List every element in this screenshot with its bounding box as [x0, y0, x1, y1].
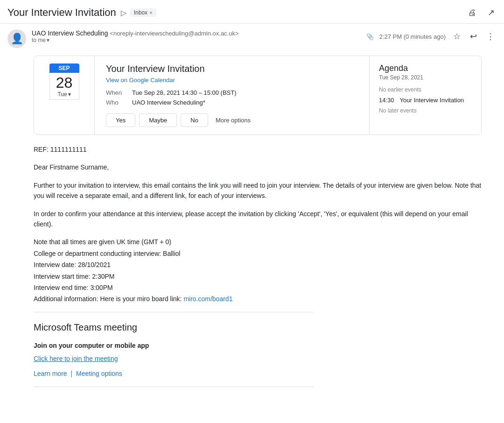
teams-join-label: Join on your computer or mobile app	[34, 340, 487, 351]
attachment-icon: 📎	[366, 33, 374, 40]
cal-who-value: UAO Interview Scheduling*	[132, 99, 205, 106]
view-on-gcal-link[interactable]: View on Google Calendar	[106, 77, 175, 84]
rsvp-no-button[interactable]: No	[181, 113, 208, 127]
sender-name-line: UAO Interview Scheduling <noreply-interv…	[32, 29, 361, 37]
timestamp: 2:27 PM (0 minutes ago)	[379, 33, 446, 40]
detail6: Additional information: Here is your mir…	[34, 294, 487, 304]
agenda-date: Tue Sep 28, 2021	[379, 74, 472, 81]
body-para2: In order to confirm your attendance at t…	[34, 209, 487, 230]
cal-details: When Tue Sep 28, 2021 14:30 – 15:00 (BST…	[106, 89, 358, 106]
inbox-close-icon[interactable]: ×	[149, 10, 152, 15]
detail6-prefix: Additional information: Here is your mir…	[34, 295, 183, 303]
detail3: Interview date: 28/10/2021	[34, 260, 487, 270]
learn-more-link[interactable]: Learn more	[34, 370, 67, 377]
cal-day-box: 28 Tue ▾	[49, 73, 79, 100]
detail1: Note that all times are given UK time (G…	[34, 237, 487, 247]
cal-day-label: Tue ▾	[50, 91, 79, 98]
calendar-center: Your Interview Invitation View on Google…	[95, 56, 369, 134]
calendar-icon-left: Sep 28 Tue ▾	[34, 56, 95, 134]
reply-icon: ↩	[470, 32, 477, 41]
divider-2	[34, 387, 314, 387]
cal-who-row: Who UAO Interview Scheduling*	[106, 99, 358, 106]
forward-icon: ▷	[121, 8, 126, 17]
sender-row: 👤 UAO Interview Scheduling <noreply-inte…	[0, 24, 504, 54]
agenda-event-title: Your Interview Invitation	[400, 97, 464, 104]
rsvp-more-options-button[interactable]: More options	[212, 113, 254, 127]
body-ref: REF: 1111111111	[34, 144, 487, 155]
to-label: to me	[32, 37, 46, 43]
open-icon: ↗	[488, 8, 495, 17]
email-header: Your Interview Invitation ▷ Inbox × 🖨 ↗	[0, 0, 504, 24]
detail4: Interview start time: 2:30PM	[34, 271, 487, 282]
sender-name: UAO Interview Scheduling	[32, 29, 108, 37]
teams-footer-links: Learn more | Meeting options	[34, 368, 487, 379]
detail2: College or department conducting intervi…	[34, 248, 487, 259]
agenda-event-time: 14:30	[379, 97, 394, 104]
sender-info: UAO Interview Scheduling <noreply-interv…	[32, 29, 361, 43]
teams-join-link[interactable]: Click here to join the meeting	[34, 355, 118, 362]
cal-who-label: Who	[106, 99, 125, 106]
agenda-event-row: 14:30 Your Interview Invitation	[379, 97, 472, 104]
cal-day-text: Tue	[57, 91, 67, 98]
open-in-new-button[interactable]: ↗	[486, 6, 497, 20]
body-para1: Further to your invitation to interview,…	[34, 180, 487, 201]
agenda-no-earlier: No earlier events	[379, 86, 472, 93]
calendar-card: Sep 28 Tue ▾ Your Interview Invitation V…	[34, 56, 482, 135]
pipe-separator: |	[70, 370, 72, 377]
cal-when-label: When	[106, 89, 125, 96]
avatar-icon: 👤	[11, 33, 23, 45]
rsvp-maybe-button[interactable]: Maybe	[139, 113, 177, 127]
cal-event-title: Your Interview Invitation	[106, 63, 358, 74]
cal-rsvp-buttons: Yes Maybe No More options	[106, 113, 358, 127]
print-icon: 🖨	[468, 8, 476, 17]
star-button[interactable]: ☆	[451, 29, 462, 43]
avatar: 👤	[7, 29, 26, 48]
agenda-no-later: No later events	[379, 107, 472, 114]
inbox-badge: Inbox ×	[130, 8, 156, 17]
cal-when-value: Tue Sep 28, 2021 14:30 – 15:00 (BST)	[132, 89, 237, 96]
more-icon: ⋮	[486, 32, 495, 41]
cal-when-row: When Tue Sep 28, 2021 14:30 – 15:00 (BST…	[106, 89, 358, 96]
sender-email: <noreply-interviewscheduling@admin.ox.ac…	[110, 30, 238, 37]
reply-button[interactable]: ↩	[468, 29, 479, 43]
miro-link[interactable]: miro.com/board1	[183, 295, 232, 303]
star-icon: ☆	[453, 32, 461, 41]
email-subject-title: Your Interview Invitation	[7, 7, 116, 19]
body-details: Note that all times are given UK time (G…	[34, 237, 487, 304]
teams-section: Microsoft Teams meeting Join on your com…	[34, 320, 487, 379]
agenda-title: Agenda	[379, 63, 472, 73]
email-body: REF: 1111111111 Dear Firstname Surname, …	[0, 135, 495, 404]
header-actions: 🖨 ↗	[466, 6, 497, 20]
cal-dropdown-icon: ▾	[68, 91, 71, 98]
detail5: Interview end time: 3:00PM	[34, 282, 487, 293]
body-greeting: Dear Firstname Surname,	[34, 162, 487, 172]
rsvp-yes-button[interactable]: Yes	[106, 113, 135, 127]
cal-day-num: 28	[50, 75, 79, 91]
cal-month: Sep	[49, 63, 79, 73]
agenda-panel: Agenda Tue Sep 28, 2021 No earlier event…	[369, 56, 481, 134]
inbox-label: Inbox	[134, 9, 147, 16]
meeting-options-link[interactable]: Meeting options	[76, 370, 122, 377]
teams-title: Microsoft Teams meeting	[34, 320, 487, 335]
more-button[interactable]: ⋮	[484, 29, 497, 43]
divider-1	[34, 312, 314, 312]
to-dropdown-icon: ▾	[47, 37, 49, 43]
sender-to[interactable]: to me ▾	[32, 37, 361, 43]
sender-meta: 📎 2:27 PM (0 minutes ago) ☆ ↩ ⋮	[366, 29, 497, 43]
print-button[interactable]: 🖨	[466, 6, 478, 20]
